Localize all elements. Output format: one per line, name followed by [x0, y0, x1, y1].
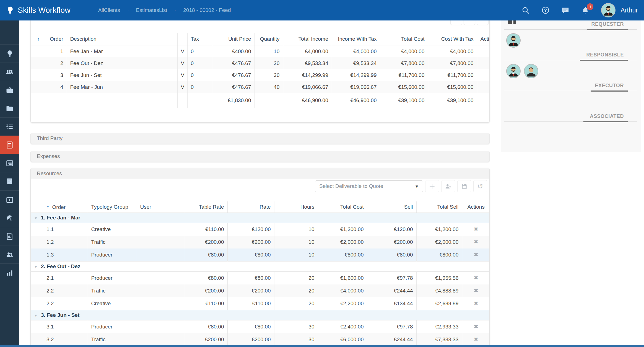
column-header-income-with-tax[interactable]: Income With Tax — [332, 33, 380, 45]
resource-cell-sell: €80.00 — [367, 248, 416, 261]
sort-ascending-icon[interactable]: ↑ — [37, 36, 40, 42]
breadcrumb-item-2018-00002-feed[interactable]: 2018 - 00002 - Feed — [183, 7, 231, 13]
resource-cell-user — [137, 223, 184, 236]
resource-group-row[interactable]: ▼1. Fee Jan - Mar — [31, 213, 490, 223]
column-header-unit-price[interactable]: Unit Price — [213, 33, 255, 45]
people-section-rule — [504, 29, 637, 30]
delete-x-icon[interactable]: ✖ — [474, 226, 478, 232]
column-header-order[interactable]: ↑ Order — [43, 201, 88, 213]
delete-x-icon[interactable]: ✖ — [474, 275, 478, 281]
sidebar-item-folder[interactable] — [0, 99, 19, 117]
resource-row[interactable]: 3.1Producer€80.00€80.0030€2,400.00€97.78… — [31, 320, 490, 333]
collapse-caret-icon[interactable]: ▼ — [34, 314, 38, 318]
deliverable-select[interactable]: Select Deliverable to Quote ▼ — [315, 180, 423, 192]
delete-x-icon[interactable]: ✖ — [474, 252, 478, 257]
collapse-caret-icon[interactable]: ▼ — [34, 216, 38, 220]
column-header-total-sell[interactable]: Total Sell — [416, 201, 462, 213]
avatar-bearded-man[interactable] — [506, 33, 521, 48]
notifications-icon[interactable]: 1 — [581, 6, 590, 14]
column-header-typology-group[interactable]: Typology Group — [88, 201, 137, 213]
sidebar-item-report[interactable] — [0, 227, 19, 245]
horizontal-scrollbar[interactable] — [0, 345, 644, 347]
resource-row[interactable]: 1.1Creative€110.00€120.0010€1,200.00€120… — [31, 223, 490, 236]
column-header-rate[interactable]: Rate — [227, 201, 274, 213]
delete-x-icon[interactable]: ✖ — [474, 336, 478, 342]
column-header-total-income[interactable]: Total Income — [283, 33, 332, 45]
sidebar-item-analytics[interactable] — [0, 263, 19, 282]
column-header-table-rate[interactable]: Table Rate — [184, 201, 227, 213]
column-header-total-cost[interactable]: Total Cost — [380, 33, 428, 45]
section-third-party[interactable]: Third Party — [30, 133, 490, 144]
resource-cell-table_rate: €200.00 — [184, 236, 227, 248]
resource-cell-total_cost: €2,400.00 — [318, 320, 367, 333]
scrolled-toolbar-button[interactable] — [450, 20, 462, 25]
column-header-user[interactable]: User — [137, 201, 184, 213]
resource-group-row[interactable]: ▼3. Fee Jun - Set — [31, 310, 490, 320]
column-header-sell[interactable]: Sell — [367, 201, 416, 213]
resource-cell-hours: 10 — [274, 223, 318, 236]
delete-x-icon[interactable]: ✖ — [474, 239, 478, 245]
column-header-order[interactable]: Order — [46, 33, 67, 45]
sidebar-item-team[interactable] — [0, 63, 19, 81]
sidebar-item-calculator[interactable] — [0, 136, 19, 154]
resource-row[interactable]: 3.2Traffic€200.00€200.0030€6,000.00€244.… — [31, 333, 490, 345]
sidebar-item-notes[interactable] — [0, 154, 19, 172]
messages-icon[interactable] — [561, 6, 570, 14]
sidebar-item-umbrella[interactable] — [0, 209, 19, 227]
column-header-actions[interactable]: Actions — [477, 33, 490, 45]
column-header-cost-with-tax[interactable]: Cost With Tax — [428, 33, 477, 45]
add-resource-button[interactable] — [425, 180, 439, 192]
column-header-total-cost[interactable]: Total Cost — [318, 201, 367, 213]
column-header-quantity[interactable]: Quantity — [255, 33, 283, 45]
breadcrumb-item-allclients[interactable]: AllClients — [98, 7, 120, 13]
delete-x-icon[interactable]: ✖ — [474, 324, 478, 329]
fee-cell-clipped: V — [177, 69, 187, 81]
sidebar-item-briefcase[interactable] — [0, 81, 19, 99]
resource-cell-blank — [31, 236, 43, 248]
resource-row[interactable]: 1.3Producer€80.00€80.0010€800.00€80.00€8… — [31, 248, 490, 261]
section-expenses[interactable]: Expenses — [30, 151, 490, 162]
people-section-avatars — [501, 122, 641, 143]
resource-row[interactable]: 2.1Producer€80.00€80.0020€1,600.00€97.78… — [31, 272, 490, 285]
total-income_with_tax: €46,900.00 — [332, 93, 380, 108]
column-header-description[interactable]: Description — [67, 33, 177, 45]
avatar-bearded-man[interactable] — [506, 64, 521, 78]
resource-row[interactable]: 2.2Creative€110.00€110.0020€2,200.00€134… — [31, 297, 490, 310]
sidebar-item-clients[interactable] — [0, 245, 19, 263]
column-header-tax[interactable]: Tax — [187, 33, 213, 45]
column-header-hours[interactable]: Hours — [274, 201, 318, 213]
resource-row[interactable]: 2.2Traffic€200.00€200.0020€4,000.00€244.… — [31, 284, 490, 297]
umbrella-icon — [6, 214, 14, 222]
undo-button[interactable]: ↺ — [473, 180, 487, 192]
fee-cell-total_income: €19,066.67 — [283, 81, 332, 93]
user-avatar[interactable] — [601, 3, 616, 17]
resource-cell-typology_group: Traffic — [88, 284, 137, 297]
fee-row[interactable]: 2Fee Out - DezV0€476.6720€9,533.34€9,533… — [31, 57, 490, 69]
delete-x-icon[interactable]: ✖ — [474, 288, 478, 293]
column-header-actions[interactable]: Actions — [462, 201, 490, 213]
fee-row[interactable]: 3Fee Jun - SetV0€476.6730€14,299.99€14,2… — [31, 69, 490, 81]
help-icon[interactable] — [541, 6, 550, 14]
scrolled-toolbar-button[interactable] — [464, 20, 475, 25]
sidebar-item-lightbulb[interactable] — [0, 44, 19, 63]
scrolled-toolbar-button[interactable] — [477, 20, 489, 25]
breadcrumb-item-estimateslist[interactable]: EstimatesList — [136, 7, 167, 13]
sidebar-item-schedule[interactable] — [0, 190, 19, 209]
resource-group-row[interactable]: ▼2. Fee Out - Dez — [31, 261, 490, 272]
total-blank — [255, 93, 283, 108]
resource-cell-user — [137, 320, 184, 333]
add-user-button[interactable] — [441, 180, 455, 192]
section-resources[interactable]: Resources — [31, 168, 489, 179]
fee-row[interactable]: 1Fee Jan - MarV0€400.0010€4,000.00€4,000… — [31, 45, 490, 58]
search-icon[interactable] — [521, 6, 530, 14]
sidebar-item-tasks[interactable] — [0, 117, 19, 136]
sidebar-item-receipt[interactable] — [0, 172, 19, 190]
delete-x-icon[interactable]: ✖ — [474, 301, 478, 306]
resource-row[interactable]: 1.2Traffic€200.00€200.0010€2,000.00€200.… — [31, 236, 490, 248]
save-button[interactable] — [457, 180, 471, 192]
collapse-caret-icon[interactable]: ▼ — [34, 265, 38, 269]
sort-ascending-icon[interactable]: ↑ — [46, 204, 49, 210]
avatar-young-man[interactable] — [524, 64, 538, 78]
fee-row[interactable]: 4Fee Mar - JunV0€476.6740€19,066.67€19,0… — [31, 81, 490, 93]
people-section-associated: ASSOCIATED — [501, 113, 641, 143]
